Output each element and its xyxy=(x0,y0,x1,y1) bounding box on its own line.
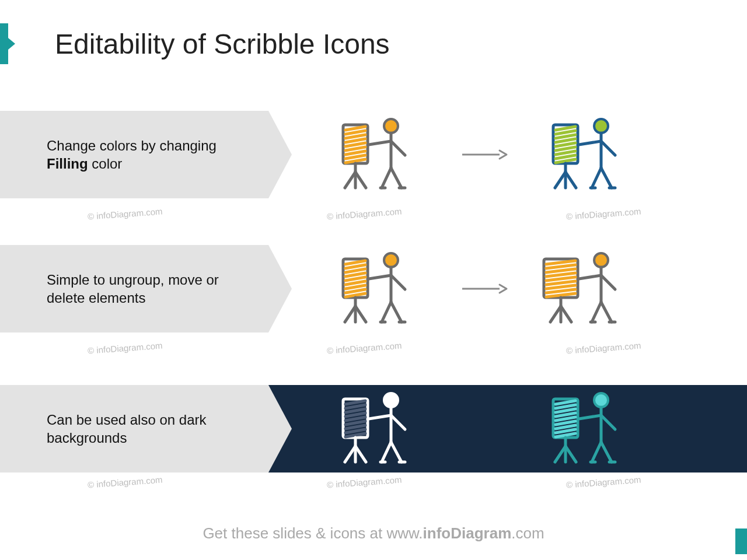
svg-point-6 xyxy=(384,253,398,267)
watermark: © infoDiagram.com xyxy=(327,341,402,356)
accent-marker xyxy=(0,23,8,64)
row-ungroup: Simple to ungroup, move or delete elemen… xyxy=(0,245,747,332)
svg-point-4 xyxy=(594,119,608,133)
example-icon-dark-b xyxy=(543,391,630,467)
footer-text: Get these slides & icons at www.infoDiag… xyxy=(0,524,747,542)
svg-point-9 xyxy=(594,253,608,267)
example-icon-dark-a xyxy=(333,391,420,467)
corner-accent xyxy=(735,528,747,554)
example-icon-after xyxy=(543,117,630,192)
label-text: Simple to ungroup, move or delete elemen… xyxy=(47,271,245,307)
label-band: Can be used also on dark backgrounds xyxy=(0,385,268,473)
arrow-icon xyxy=(461,149,508,160)
watermark: © infoDiagram.com xyxy=(88,341,163,356)
row-dark-bg: Can be used also on dark backgrounds xyxy=(0,385,747,473)
watermark: © infoDiagram.com xyxy=(566,206,641,222)
dark-panel xyxy=(257,385,747,473)
svg-point-13 xyxy=(594,393,608,407)
watermark: © infoDiagram.com xyxy=(88,475,163,490)
example-icon-after xyxy=(543,251,630,327)
row-change-colors: Change colors by changing Filling color xyxy=(0,111,747,198)
label-band: Change colors by changing Filling color xyxy=(0,111,268,198)
example-icon-before xyxy=(333,117,420,192)
label-band: Simple to ungroup, move or delete elemen… xyxy=(0,245,268,332)
label-text: Change colors by changing Filling color xyxy=(47,136,245,173)
example-icon-before xyxy=(333,251,420,327)
watermark: © infoDiagram.com xyxy=(566,341,641,356)
watermark: © infoDiagram.com xyxy=(566,475,641,490)
arrow-icon xyxy=(461,283,508,295)
svg-point-1 xyxy=(384,119,398,133)
svg-point-11 xyxy=(384,393,398,407)
slide: Editability of Scribble Icons Change col… xyxy=(0,0,747,560)
watermark: © infoDiagram.com xyxy=(88,206,163,222)
label-text: Can be used also on dark backgrounds xyxy=(47,411,245,447)
slide-title: Editability of Scribble Icons xyxy=(55,28,390,60)
title-bar: Editability of Scribble Icons xyxy=(0,23,390,64)
watermark: © infoDiagram.com xyxy=(327,475,402,490)
watermark: © infoDiagram.com xyxy=(327,206,402,222)
